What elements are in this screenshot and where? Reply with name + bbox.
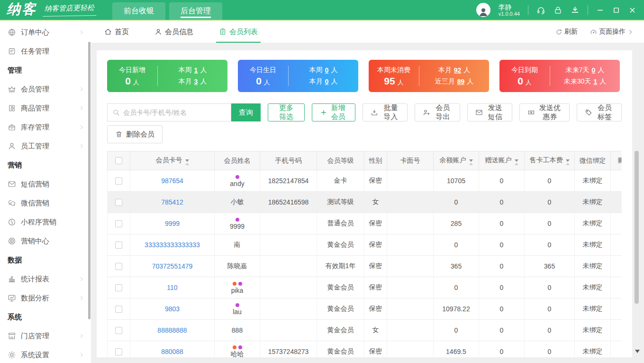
member-card-link[interactable]: 9803 <box>165 305 180 313</box>
batch-import-button[interactable]: 批量导入 <box>363 103 408 121</box>
sidebar-item-person[interactable]: 员工管理 <box>0 137 91 156</box>
sort-icon[interactable] <box>515 159 518 165</box>
column-label: 卡面号 <box>400 157 420 164</box>
row-checkbox[interactable] <box>115 177 122 185</box>
sidebar-item-inventory[interactable]: 库存管理 <box>0 118 91 137</box>
page-operations-button[interactable]: 页面操作 <box>590 28 634 36</box>
member-card-link[interactable]: 880088 <box>161 348 183 355</box>
cell-card_face <box>387 341 434 358</box>
sort-icon[interactable] <box>566 159 570 165</box>
stat-cards: 今日新增0人本周1人本月3人今日生日0人本周0人本月0人本周未消费95人本月92… <box>107 60 622 92</box>
row-checkbox[interactable] <box>115 327 122 334</box>
member-tag-dots <box>215 303 260 307</box>
member-name: 哈哈 <box>215 350 260 358</box>
sidebar-item-barchart[interactable]: 统计报表 <box>0 270 91 289</box>
table-scrollbar[interactable] <box>635 151 639 304</box>
row-checkbox[interactable] <box>115 306 122 313</box>
row-checkbox[interactable] <box>115 348 122 355</box>
detail-value: 89 <box>457 78 465 85</box>
tab-list[interactable]: 会员列表 <box>219 21 258 43</box>
sidebar-item-store[interactable]: 门店管理 <box>0 326 91 345</box>
column-header-card_no[interactable]: 会员卡号 <box>130 151 215 170</box>
main-area: 首页会员信息会员列表 刷新页面操作 今日新增0人本周1人本月3人今日生日0人本周… <box>91 21 644 363</box>
row-checkbox[interactable] <box>115 199 122 206</box>
sidebar-item-globe[interactable]: 订单中心 <box>0 23 91 42</box>
scroll-down-arrow-icon[interactable] <box>635 350 640 353</box>
close-button[interactable] <box>628 6 636 14</box>
cell-name: 小敏 <box>215 192 260 213</box>
row-checkbox[interactable] <box>115 242 122 249</box>
barchart-icon <box>8 275 16 283</box>
more-filters-button[interactable]: 更多筛选 <box>268 103 305 121</box>
sidebar-section-label: 营销 <box>0 156 91 175</box>
member-card-link[interactable]: 987654 <box>161 177 183 185</box>
cell-level: 黄金会员 <box>317 320 364 341</box>
column-header-name: 会员姓名 <box>215 151 260 170</box>
member-card-link[interactable]: 9999 <box>165 220 180 227</box>
maximize-button[interactable] <box>612 6 620 14</box>
member-card-link[interactable]: 88888888 <box>157 326 187 334</box>
sidebar-item-mail[interactable]: 短信营销 <box>0 175 91 194</box>
cell-checkbox <box>108 170 130 192</box>
sidebar-item-monitor[interactable]: 数据分析 <box>0 289 91 307</box>
member-tag-button[interactable]: 会员标签 <box>577 103 622 121</box>
mode-tab-backoffice[interactable]: 后台管理 <box>169 2 222 20</box>
sidebar-item-miniapp[interactable]: 小程序营销 <box>0 213 91 232</box>
member-export-button[interactable]: 会员导出 <box>415 103 460 121</box>
sort-desc-caret <box>566 159 570 162</box>
sidebar-item-clipboard[interactable]: 任务管理 <box>0 42 91 61</box>
column-header-balance[interactable]: 余额账户 <box>434 151 479 170</box>
download-icon[interactable] <box>571 6 580 15</box>
detail-unit: 人 <box>467 77 473 86</box>
member-card-link[interactable]: 785412 <box>161 198 183 206</box>
add-member-button[interactable]: 新增会员 <box>312 103 355 121</box>
sidebar-scrollbar[interactable] <box>88 42 91 319</box>
mode-tab-cashier[interactable]: 前台收银 <box>112 2 165 20</box>
member-name: andy <box>215 180 260 187</box>
button-label: 发送优惠券 <box>538 103 562 121</box>
sort-icon[interactable] <box>185 159 189 165</box>
member-card-link[interactable]: 70372551479 <box>152 262 193 270</box>
sidebar-item-gear[interactable]: 系统设置 <box>0 345 91 363</box>
member-card-link[interactable]: 333333333333333 <box>145 241 200 249</box>
sidebar-item-wechat[interactable]: 微信营销 <box>0 194 91 213</box>
row-checkbox[interactable] <box>115 220 122 227</box>
row-checkbox[interactable] <box>115 263 122 270</box>
detail-value: 1 <box>194 66 198 74</box>
stat-card-details: 本周1人本月3人 <box>158 66 227 86</box>
minimize-button[interactable] <box>596 6 604 14</box>
column-header-card_fee[interactable]: 售卡工本费 <box>525 151 575 170</box>
tab-user[interactable]: 会员信息 <box>154 21 193 43</box>
cell-name: pika <box>215 277 260 298</box>
select-all-checkbox[interactable] <box>115 157 122 164</box>
delete-member-button[interactable]: 删除会员 <box>107 125 163 143</box>
cell-name: andy <box>215 170 260 192</box>
lock-icon[interactable] <box>553 6 562 15</box>
refresh-button[interactable]: 刷新 <box>555 28 578 36</box>
row-checkbox[interactable] <box>115 284 122 291</box>
search-input[interactable] <box>123 109 226 116</box>
sidebar-item-target[interactable]: 营销中心 <box>0 232 91 251</box>
support-icon[interactable] <box>536 6 545 15</box>
cell-checkbox <box>108 341 130 358</box>
search-button[interactable]: 查询 <box>231 103 261 121</box>
cell-level: 黄金会员 <box>317 277 364 298</box>
sidebar-item-crown[interactable]: 会员管理 <box>0 80 91 99</box>
column-label: 赠送账户 <box>485 156 512 164</box>
target-icon <box>8 237 16 245</box>
member-card-link[interactable]: 110 <box>167 284 177 291</box>
send-sms-button[interactable]: 发送短信 <box>467 103 512 121</box>
stat-card-value: 0人 <box>499 76 550 86</box>
send-coupon-button[interactable]: 发送优惠券 <box>519 103 570 121</box>
sidebar-item-goods[interactable]: 商品管理 <box>0 99 91 118</box>
sidebar: 订单中心任务管理管理会员管理商品管理库存管理员工管理营销短信营销微信营销小程序营… <box>0 21 91 363</box>
column-header-gift[interactable]: 赠送账户 <box>479 151 525 170</box>
button-label: 发送短信 <box>486 103 504 121</box>
clipboard-icon <box>8 47 16 56</box>
sort-icon[interactable] <box>469 159 473 165</box>
chevron-right-icon <box>79 86 84 92</box>
table-row: 99999999普通会员保密28500未绑定 <box>108 213 622 234</box>
plus-icon <box>320 109 327 116</box>
cell-card_fee: 0 <box>525 213 575 234</box>
tab-home[interactable]: 首页 <box>104 21 129 43</box>
